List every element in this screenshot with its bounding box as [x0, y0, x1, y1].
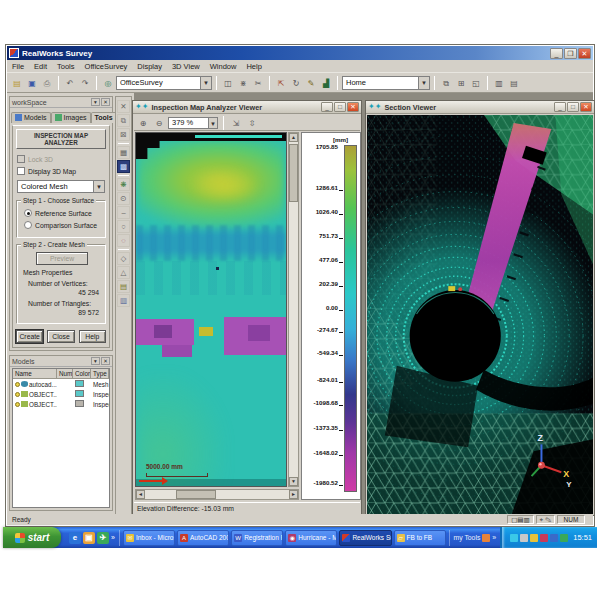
window-split-icon[interactable]: ◱ [469, 76, 483, 90]
panel-menu-icon[interactable]: ▾ [91, 357, 100, 365]
task-registration[interactable]: W Registration Rep... [231, 530, 283, 546]
grid-icon[interactable]: ▦ [117, 146, 130, 159]
menu-tools[interactable]: Tools [52, 62, 80, 71]
restore-button[interactable]: ❐ [564, 48, 577, 59]
quick-launch-icon[interactable]: ▣ [83, 532, 95, 544]
redo-icon[interactable]: ↷ [78, 76, 92, 90]
inspection-heatmap[interactable]: 5000.00 mm [135, 132, 287, 487]
column-name[interactable]: Name [13, 369, 57, 378]
undo-icon[interactable]: ↶ [63, 76, 77, 90]
preview-button[interactable]: Preview [36, 252, 88, 265]
view-eye-icon[interactable]: ❋ [117, 178, 130, 191]
tunnel-pointcloud-view[interactable]: Z X Y [367, 115, 593, 514]
panel-close-icon[interactable]: ✕ [101, 98, 110, 106]
title-bar[interactable]: RealWorks Survey _ ❐ ✕ [7, 46, 593, 60]
table-row[interactable]: OBJECT... Inspectio [13, 399, 109, 409]
table-row[interactable]: OBJECT... Inspectio [13, 389, 109, 399]
chevron-down-icon[interactable]: ▼ [208, 118, 217, 128]
close-form-button[interactable]: Close [47, 330, 74, 343]
crop-icon[interactable]: ⊠ [117, 128, 130, 141]
scroll-up-icon[interactable]: ▲ [289, 133, 298, 142]
box-icon[interactable]: ▤ [117, 280, 130, 293]
tray-icon[interactable] [550, 534, 558, 542]
print-icon[interactable]: ⎙ [40, 76, 54, 90]
menu-officesurvey[interactable]: OfficeSurvey [80, 62, 133, 71]
table-row[interactable]: autocad... Mesh [13, 379, 109, 389]
chevron-down-icon[interactable]: ▼ [200, 77, 211, 89]
task-hurricane[interactable]: ◉ Hurricane - Micro... [285, 530, 337, 546]
zoom-circle-icon[interactable]: ○ [117, 220, 130, 233]
start-button[interactable]: start [3, 527, 61, 548]
workflow-combobox[interactable]: OfficeSurvey ▼ [116, 76, 212, 90]
rotate-icon[interactable]: ↻ [289, 76, 303, 90]
tab-models[interactable]: Models [11, 112, 51, 123]
chevron-down-icon[interactable]: ▼ [93, 181, 104, 192]
zoom-out-icon[interactable]: ⊖ [152, 116, 166, 130]
menu-display[interactable]: Display [132, 62, 167, 71]
scrollbar-thumb[interactable] [176, 490, 216, 499]
task-realworks[interactable]: RealWorks Survey [339, 530, 391, 546]
reference-surface-radio[interactable] [24, 209, 32, 217]
internet-explorer-icon[interactable]: e [69, 532, 81, 544]
menu-edit[interactable]: Edit [29, 62, 52, 71]
view-combobox[interactable]: Home ▼ [342, 76, 430, 90]
orbit-icon[interactable]: ⊙ [117, 192, 130, 205]
zoom-in-icon[interactable]: ⊕ [136, 116, 150, 130]
mesh-type-dropdown[interactable]: Colored Mesh ▼ [17, 180, 105, 193]
comparison-surface-radio[interactable] [24, 221, 32, 229]
column-type[interactable]: Type [91, 369, 109, 378]
quick-launch-icon[interactable]: ✈ [97, 532, 109, 544]
close-button[interactable]: ✕ [580, 102, 592, 112]
save-icon[interactable]: ▣ [25, 76, 39, 90]
delete-icon[interactable]: ✕ [117, 100, 130, 113]
tab-tools[interactable]: Tools [91, 112, 117, 123]
select-lasso-icon[interactable]: ◌ [117, 234, 130, 247]
zoom-level-combobox[interactable]: 379 % ▼ [168, 117, 218, 129]
tray-icon[interactable] [540, 534, 548, 542]
maximize-button[interactable]: □ [567, 102, 579, 112]
tray-icon[interactable] [520, 534, 528, 542]
window-cascade-icon[interactable]: ⧉ [439, 76, 453, 90]
column-color[interactable]: Color [73, 369, 91, 378]
inspection-tool-icon[interactable]: ▩ [117, 160, 130, 173]
minimize-button[interactable]: _ [321, 102, 333, 112]
cut-icon[interactable]: ✂ [251, 76, 265, 90]
pan-icon[interactable]: ‒ [117, 206, 130, 219]
scrollbar-thumb[interactable] [289, 144, 298, 202]
minimize-button[interactable]: _ [554, 102, 566, 112]
menu-file[interactable]: File [7, 62, 29, 71]
sample-icon[interactable]: ⋇ [236, 76, 250, 90]
taskbar-clock[interactable]: 15:51 [573, 533, 592, 542]
panel-menu-icon[interactable]: ▾ [91, 98, 100, 106]
maximize-button[interactable]: □ [334, 102, 346, 112]
polygon-icon[interactable]: ◇ [117, 252, 130, 265]
create-button[interactable]: Create [16, 330, 43, 343]
lock-3d-checkbox[interactable] [17, 155, 25, 163]
edit-icon[interactable]: ✎ [304, 76, 318, 90]
horizontal-scrollbar[interactable]: ◄ ► [135, 489, 299, 500]
display-3d-map-checkbox[interactable] [17, 167, 25, 175]
close-button[interactable]: ✕ [347, 102, 359, 112]
chart-icon[interactable]: ▟ [319, 76, 333, 90]
minimize-button[interactable]: _ [550, 48, 563, 59]
column-num[interactable]: Num... [57, 369, 73, 378]
task-folder[interactable]: ▱ FB to FB [394, 530, 446, 546]
tab-images[interactable]: Images [51, 112, 91, 123]
layers-icon[interactable]: ▥ [117, 294, 130, 307]
help-button[interactable]: Help [79, 330, 106, 343]
tray-icon[interactable] [560, 534, 568, 542]
fit-view-icon[interactable]: ⇲ [229, 116, 243, 130]
chevron-down-icon[interactable]: ▼ [418, 77, 429, 89]
scroll-down-icon[interactable]: ▼ [289, 477, 298, 486]
measure-icon[interactable]: ⇱ [274, 76, 288, 90]
layout-h-icon[interactable]: ▤ [507, 76, 521, 90]
visibility-icon[interactable] [15, 392, 20, 397]
duplicate-icon[interactable]: ⧉ [117, 114, 130, 127]
target-icon[interactable]: ◎ [101, 76, 115, 90]
window-tile-icon[interactable]: ⊞ [454, 76, 468, 90]
visibility-icon[interactable] [15, 382, 20, 387]
mytools-toolbar[interactable]: my Tools » [449, 530, 501, 546]
pan-view-icon[interactable]: ⇳ [245, 116, 259, 130]
scroll-left-icon[interactable]: ◄ [136, 490, 145, 499]
task-inbox[interactable]: ✉ Inbox - Microsof... [123, 530, 175, 546]
